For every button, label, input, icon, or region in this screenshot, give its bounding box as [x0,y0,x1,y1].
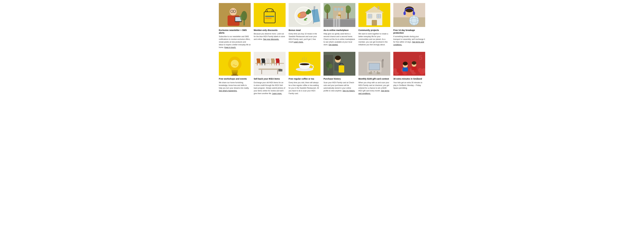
card-desc-breakage: If something breaks during your transpor… [393,35,425,46]
svg-point-28 [304,19,305,20]
svg-point-43 [345,5,351,13]
svg-point-10 [240,14,244,21]
svg-rect-46 [338,8,340,11]
card-desc-coffee: Every time you visit, there will always … [288,81,320,95]
card-link-sellback[interactable]: Learn more. [272,92,282,95]
svg-rect-147 [402,67,408,71]
card-link-purchase-history[interactable]: See my history. [342,90,355,92]
card-title-smaland: 30 extra minutes in Småland [393,77,425,80]
svg-rect-121 [369,63,379,70]
svg-point-48 [338,12,341,15]
svg-point-124 [377,71,378,72]
card-image-monthly-contest [358,52,390,76]
card-content-monthly-contest: Monthly $100 gift card contest When you … [358,76,390,95]
card-image-coffee [288,52,320,76]
svg-rect-61 [378,6,380,9]
svg-rect-100 [258,68,281,70]
svg-rect-83 [256,58,260,60]
card-title-asis: As-is online marketplace [324,29,356,31]
card-title-sellback: Sell back your IKEA items [254,77,286,80]
card-image-newsletter [219,3,251,27]
card-asis: As-is online marketplace Help give our g… [324,3,356,49]
svg-point-41 [324,4,330,13]
svg-rect-63 [393,17,425,27]
svg-point-123 [374,71,375,72]
svg-point-143 [418,68,422,72]
card-link-newsletter[interactable]: Keep in touch. [224,46,236,48]
card-community: Community projects We want to work toget… [358,3,390,49]
card-desc-community: We want to work together to create a bet… [358,32,390,46]
svg-rect-91 [266,58,270,60]
svg-point-108 [300,63,310,65]
card-desc-member-discounts: Because you deserve more. Look out for t… [254,32,286,41]
card-desc-workshops: We share our home furnishing knowledge, … [219,81,251,92]
card-content-sellback: Sell back your IKEA items Exchange your … [254,76,286,95]
svg-point-122 [370,71,372,72]
card-image-purchase-history [324,52,356,76]
svg-rect-95 [271,58,274,60]
benefits-grid: Exclusive newsletter + SMS alerts Subscr… [219,3,425,95]
svg-rect-67 [413,12,415,15]
card-image-member-discounts [254,3,286,27]
card-content-breakage: Free 14 day breakage protection If somet… [393,27,425,46]
svg-rect-103 [278,69,282,71]
svg-point-138 [397,68,401,73]
svg-rect-66 [404,12,406,15]
svg-point-68 [409,16,419,25]
card-content-community: Community projects We want to work toget… [358,27,390,46]
card-title-bonus-meal: Bonus meal [288,29,320,31]
svg-rect-75 [232,73,237,74]
card-content-purchase-history: Purchase history Scan your IKEA Family c… [324,76,356,92]
page: Exclusive newsletter + SMS alerts Subscr… [216,0,428,98]
card-content-coffee: Free regular coffee or tea Every time yo… [288,76,320,95]
svg-rect-127 [369,72,372,74]
card-workshops: Free workshops and events We share our h… [219,52,251,95]
svg-point-112 [335,56,341,60]
card-title-breakage: Free 14 day breakage protection [393,29,425,34]
svg-point-26 [306,18,307,19]
svg-point-146 [403,62,408,65]
card-title-purchase-history: Purchase history [324,77,356,80]
card-link-asis[interactable]: Get started. [328,44,338,46]
card-content-workshops: Free workshops and events We share our h… [219,76,251,92]
card-smaland: 5 30 extra minutes in Småland Your kids … [393,52,425,95]
svg-point-27 [305,19,306,21]
svg-point-24 [307,9,310,12]
svg-rect-126 [382,59,384,61]
card-image-breakage [393,3,425,27]
svg-rect-74 [232,72,238,73]
card-breakage: Free 14 day breakage protection If somet… [393,3,425,49]
svg-rect-37 [333,19,335,27]
card-coffee: Free regular coffee or tea Every time yo… [288,52,320,95]
card-image-bonus-meal [288,3,320,27]
svg-rect-99 [276,58,279,60]
card-bonus-meal: Bonus meal Every time you buy 10 meals i… [288,3,320,49]
card-title-coffee: Free regular coffee or tea [288,77,320,80]
card-monthly-contest: Monthly $100 gift card contest When you … [358,52,390,95]
card-desc-asis: Help give our gently used items a second… [324,32,356,46]
card-link-workshops[interactable]: See what's happening. [219,90,237,92]
card-newsletter: Exclusive newsletter + SMS alerts Subscr… [219,3,251,49]
svg-rect-87 [261,58,265,60]
card-desc-sellback: Exchange your old IKEA items for an in-s… [254,81,286,95]
card-content-newsletter: Exclusive newsletter + SMS alerts Subscr… [219,27,251,49]
card-image-sellback [254,52,286,76]
svg-point-149 [412,61,416,65]
card-link-member-discounts[interactable]: See your discounts. [263,38,279,40]
svg-rect-38 [336,19,338,27]
card-member-discounts: Member-only discounts Because you deserv… [254,3,286,49]
card-link-bonus-meal[interactable]: Learn more. [294,41,304,43]
svg-rect-114 [339,65,344,72]
card-desc-monthly-contest: When you shop with us and scan your IKEA… [358,81,390,95]
card-desc-smaland: Your kids get an extra 30 minutes to pla… [393,81,425,89]
card-image-workshops [219,52,251,76]
svg-rect-12 [264,12,275,23]
card-desc-purchase-history: Scan your IKEA Family card at Check-outs… [324,81,356,92]
svg-rect-16 [265,18,272,19]
card-title-newsletter: Exclusive newsletter + SMS alerts [219,29,251,34]
card-title-workshops: Free workshops and events [219,77,251,80]
card-image-smaland: 5 [393,52,425,76]
card-content-member-discounts: Member-only discounts Because you deserv… [254,27,286,41]
card-purchase-history: Purchase history Scan your IKEA Family c… [324,52,356,95]
svg-rect-73 [232,70,238,72]
